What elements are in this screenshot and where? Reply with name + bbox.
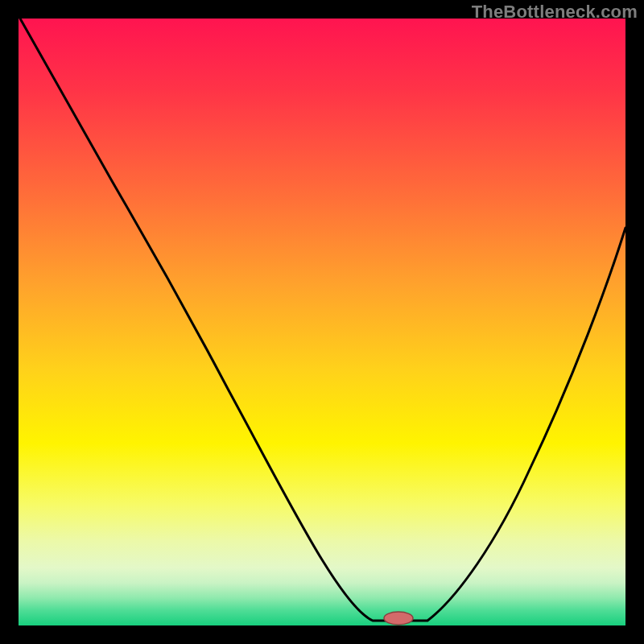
gradient-background: [19, 19, 625, 625]
watermark-text: TheBottleneck.com: [472, 2, 638, 23]
plot-svg: [19, 19, 625, 625]
outer-frame: TheBottleneck.com: [0, 0, 644, 644]
optimal-marker: [384, 612, 413, 625]
plot-area: [19, 19, 625, 625]
